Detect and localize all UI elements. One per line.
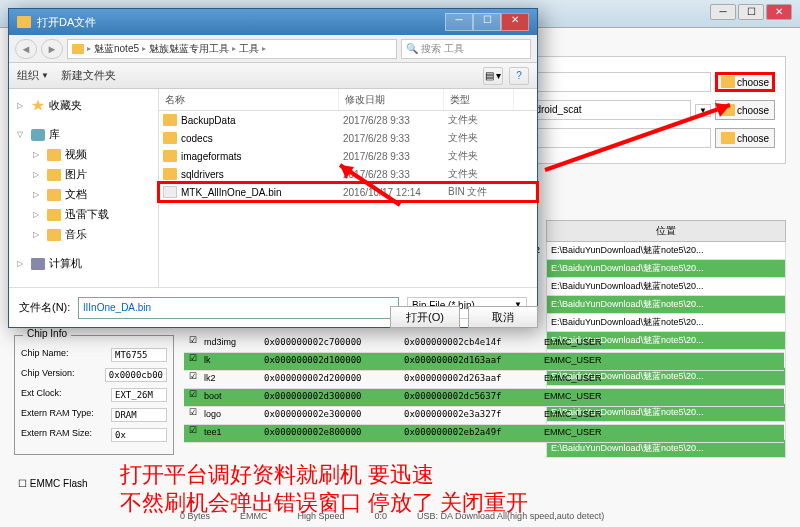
dialog-minimize-button[interactable]: ─ <box>445 13 473 31</box>
dialog-title: 打开DA文件 <box>37 15 445 30</box>
partition-row[interactable]: ☑md3img0x000000002c7000000x000000002cb4e… <box>184 335 784 353</box>
partition-row[interactable]: ☑tee10x000000002e8000000x000000002eb2a49… <box>184 425 784 443</box>
folder-icon <box>47 209 61 221</box>
sidebar-item[interactable]: ▷文档 <box>13 185 154 204</box>
row-checkbox[interactable]: ☑ <box>184 335 202 352</box>
folder-icon <box>72 44 84 54</box>
emmc-flash-label: ☐ EMMC Flash <box>18 478 88 489</box>
chip-info-title: Chip Info <box>23 328 71 339</box>
sidebar-item[interactable]: ▷音乐 <box>13 225 154 244</box>
dialog-close-button[interactable]: ✕ <box>501 13 529 31</box>
location-row[interactable]: E:\BaiduYunDownload\魅蓝note5\20... <box>546 314 786 332</box>
partition-table: ☑md3img0x000000002c7000000x000000002cb4e… <box>184 335 784 443</box>
file-list-header: 名称 修改日期 类型 <box>159 89 537 111</box>
chip-info-row: Chip Name:MT6755 <box>21 348 167 362</box>
partition-row[interactable]: ☑boot0x000000002d3000000x000000002dc5637… <box>184 389 784 407</box>
sidebar-computer[interactable]: ▷计算机 <box>13 254 154 273</box>
sidebar-item[interactable]: ▷视频 <box>13 145 154 164</box>
row-checkbox[interactable]: ☑ <box>184 389 202 406</box>
location-row[interactable]: E:\BaiduYunDownload\魅蓝note5\20... <box>546 296 786 314</box>
partition-row[interactable]: ☑logo0x000000002e3000000x000000002e3a327… <box>184 407 784 425</box>
col-name[interactable]: 名称 <box>159 89 339 110</box>
chip-info-row: Extern RAM Type:DRAM <box>21 408 167 422</box>
file-row[interactable]: sqldrivers2017/6/28 9:33文件夹 <box>159 165 537 183</box>
choose-auth-button[interactable]: choose <box>715 128 775 148</box>
nav-sidebar: ▷收藏夹 ▽库 ▷视频▷图片▷文档▷迅雷下载▷音乐 ▷计算机 <box>9 89 159 287</box>
view-button[interactable]: ▤ ▾ <box>483 67 503 85</box>
location-row[interactable]: E:\BaiduYunDownload\魅蓝note5\20... <box>546 260 786 278</box>
row-checkbox[interactable]: ☑ <box>184 353 202 370</box>
folder-icon <box>47 149 61 161</box>
chip-info-row: Extern RAM Size:0x <box>21 428 167 442</box>
choose-scatter-button[interactable]: choose <box>715 100 775 120</box>
chip-info-panel: Chip Info Chip Name:MT6755Chip Version:0… <box>14 335 174 455</box>
row-checkbox[interactable]: ☑ <box>184 425 202 442</box>
bg-maximize-button[interactable]: ☐ <box>738 4 764 20</box>
star-icon <box>31 100 45 112</box>
dropdown-icon[interactable]: ▼ <box>695 104 711 117</box>
bg-minimize-button[interactable]: ─ <box>710 4 736 20</box>
computer-icon <box>31 258 45 270</box>
annotation-text: 打开平台调好资料就刷机 要迅速 不然刷机会弹出错误窗口 停放了 关闭重开 <box>120 461 528 517</box>
breadcrumb[interactable]: ▸ 魅蓝note5 ▸ 魅族魅蓝专用工具 ▸ 工具 ▸ <box>67 39 397 59</box>
sidebar-library[interactable]: ▽库 <box>13 125 154 144</box>
nav-back-button[interactable]: ◄ <box>15 39 37 59</box>
choose-da-button[interactable]: choose <box>715 72 775 92</box>
folder-icon <box>17 16 31 28</box>
filename-input[interactable] <box>78 297 399 319</box>
folder-icon <box>163 150 177 162</box>
location-row[interactable]: E:\BaiduYunDownload\魅蓝note5\20... <box>546 242 786 260</box>
open-button[interactable]: 打开(O) <box>390 306 460 328</box>
folder-icon <box>163 114 177 126</box>
chip-info-row: Ext Clock:EXT_26M <box>21 388 167 402</box>
folder-icon <box>47 229 61 241</box>
library-icon <box>31 129 45 141</box>
new-folder-button[interactable]: 新建文件夹 <box>61 68 116 83</box>
chip-info-row: Chip Version:0x0000cb00 <box>21 368 167 382</box>
file-row[interactable]: codecs2017/6/28 9:33文件夹 <box>159 129 537 147</box>
cancel-button[interactable]: 取消 <box>468 306 538 328</box>
partition-row[interactable]: ☑lk0x000000002d1000000x000000002d163aafE… <box>184 353 784 371</box>
folder-icon <box>47 189 61 201</box>
dialog-titlebar: 打开DA文件 ─ ☐ ✕ <box>9 9 537 35</box>
folder-icon <box>721 76 735 88</box>
file-icon <box>163 186 177 198</box>
nav-forward-button[interactable]: ► <box>41 39 63 59</box>
location-header: 位置 <box>546 220 786 242</box>
folder-icon <box>163 132 177 144</box>
col-type[interactable]: 类型 <box>444 89 514 110</box>
help-button[interactable]: ? <box>509 67 529 85</box>
partition-row[interactable]: ☑lk20x000000002d2000000x000000002d263aaf… <box>184 371 784 389</box>
folder-icon <box>47 169 61 181</box>
folder-icon <box>721 104 735 116</box>
dialog-maximize-button[interactable]: ☐ <box>473 13 501 31</box>
folder-icon <box>721 132 735 144</box>
file-list: 名称 修改日期 类型 BackupData2017/6/28 9:33文件夹co… <box>159 89 537 287</box>
search-input[interactable]: 🔍 搜索 工具 <box>401 39 531 59</box>
organize-button[interactable]: 组织 ▼ <box>17 68 49 83</box>
sidebar-item[interactable]: ▷迅雷下载 <box>13 205 154 224</box>
file-row[interactable]: MTK_AllInOne_DA.bin2016/10/17 12:14BIN 文… <box>159 183 537 201</box>
folder-icon <box>163 168 177 180</box>
address-bar-row: ◄ ► ▸ 魅蓝note5 ▸ 魅族魅蓝专用工具 ▸ 工具 ▸ 🔍 搜索 工具 <box>9 35 537 63</box>
filename-label: 文件名(N): <box>19 300 70 315</box>
sidebar-item[interactable]: ▷图片 <box>13 165 154 184</box>
sidebar-favorites[interactable]: ▷收藏夹 <box>13 96 154 115</box>
row-checkbox[interactable]: ☑ <box>184 407 202 424</box>
row-checkbox[interactable]: ☑ <box>184 371 202 388</box>
col-date[interactable]: 修改日期 <box>339 89 444 110</box>
file-row[interactable]: imageformats2017/6/28 9:33文件夹 <box>159 147 537 165</box>
bg-close-button[interactable]: ✕ <box>766 4 792 20</box>
location-row[interactable]: E:\BaiduYunDownload\魅蓝note5\20... <box>546 278 786 296</box>
file-row[interactable]: BackupData2017/6/28 9:33文件夹 <box>159 111 537 129</box>
search-icon: 🔍 <box>406 43 418 54</box>
open-da-dialog: 打开DA文件 ─ ☐ ✕ ◄ ► ▸ 魅蓝note5 ▸ 魅族魅蓝专用工具 ▸ … <box>8 8 538 328</box>
dialog-toolbar: 组织 ▼ 新建文件夹 ▤ ▾ ? <box>9 63 537 89</box>
